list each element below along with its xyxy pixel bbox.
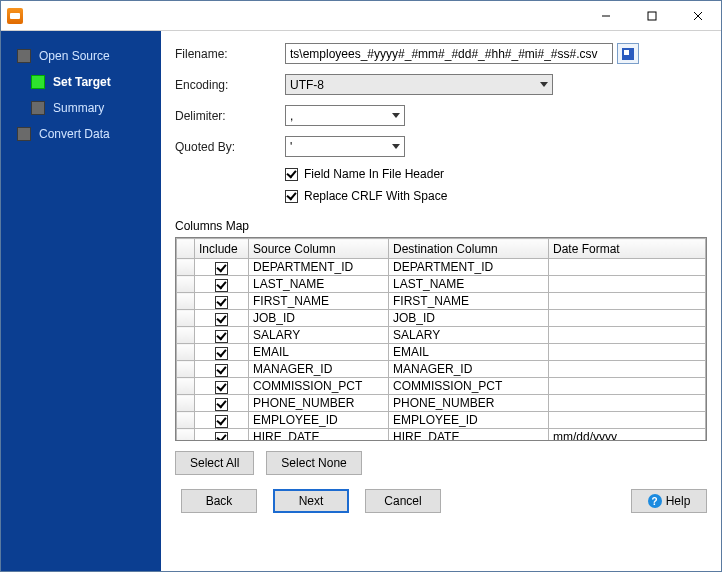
sidebar-item-summary[interactable]: Summary [1, 95, 161, 121]
row-handle[interactable] [177, 429, 195, 442]
date-format-cell[interactable] [549, 327, 706, 344]
source-column-cell[interactable]: DEPARTMENT_ID [249, 259, 389, 276]
cancel-button[interactable]: Cancel [365, 489, 441, 513]
include-cell[interactable] [195, 259, 249, 276]
maximize-button[interactable] [629, 1, 675, 30]
include-header[interactable]: Include [195, 239, 249, 259]
field-name-header-checkbox[interactable] [285, 168, 298, 181]
select-none-button[interactable]: Select None [266, 451, 361, 475]
include-checkbox[interactable] [215, 313, 228, 326]
sidebar-item-set-target[interactable]: Set Target [1, 69, 161, 95]
encoding-select[interactable]: UTF-8 [285, 74, 553, 95]
include-cell[interactable] [195, 344, 249, 361]
table-row[interactable]: JOB_IDJOB_ID [177, 310, 706, 327]
date-format-cell[interactable] [549, 259, 706, 276]
next-button[interactable]: Next [273, 489, 349, 513]
include-checkbox[interactable] [215, 330, 228, 343]
destination-column-cell[interactable]: COMMISSION_PCT [389, 378, 549, 395]
row-handle[interactable] [177, 361, 195, 378]
source-column-cell[interactable]: JOB_ID [249, 310, 389, 327]
source-column-cell[interactable]: PHONE_NUMBER [249, 395, 389, 412]
include-cell[interactable] [195, 310, 249, 327]
destination-column-cell[interactable]: EMAIL [389, 344, 549, 361]
include-cell[interactable] [195, 293, 249, 310]
destination-column-cell[interactable]: DEPARTMENT_ID [389, 259, 549, 276]
close-button[interactable] [675, 1, 721, 30]
include-checkbox[interactable] [215, 398, 228, 411]
table-row[interactable]: HIRE_DATEHIRE_DATEmm/dd/yyyy [177, 429, 706, 442]
include-checkbox[interactable] [215, 381, 228, 394]
table-row[interactable]: MANAGER_IDMANAGER_ID [177, 361, 706, 378]
table-row[interactable]: PHONE_NUMBERPHONE_NUMBER [177, 395, 706, 412]
include-cell[interactable] [195, 395, 249, 412]
filename-input[interactable] [285, 43, 613, 64]
row-handle[interactable] [177, 378, 195, 395]
row-handle[interactable] [177, 327, 195, 344]
include-checkbox[interactable] [215, 364, 228, 377]
include-cell[interactable] [195, 361, 249, 378]
quoted-by-select[interactable]: ' [285, 136, 405, 157]
source-column-cell[interactable]: COMMISSION_PCT [249, 378, 389, 395]
source-column-cell[interactable]: LAST_NAME [249, 276, 389, 293]
row-handle[interactable] [177, 412, 195, 429]
date-format-cell[interactable]: mm/dd/yyyy [549, 429, 706, 442]
source-column-header[interactable]: Source Column [249, 239, 389, 259]
destination-column-cell[interactable]: MANAGER_ID [389, 361, 549, 378]
minimize-button[interactable] [583, 1, 629, 30]
table-row[interactable]: EMAILEMAIL [177, 344, 706, 361]
row-handle[interactable] [177, 259, 195, 276]
include-cell[interactable] [195, 327, 249, 344]
browse-file-button[interactable] [617, 43, 639, 64]
delimiter-select[interactable]: , [285, 105, 405, 126]
destination-column-cell[interactable]: HIRE_DATE [389, 429, 549, 442]
source-column-cell[interactable]: FIRST_NAME [249, 293, 389, 310]
include-checkbox[interactable] [215, 262, 228, 275]
source-column-cell[interactable]: HIRE_DATE [249, 429, 389, 442]
destination-column-cell[interactable]: PHONE_NUMBER [389, 395, 549, 412]
row-handle[interactable] [177, 344, 195, 361]
include-checkbox[interactable] [215, 296, 228, 309]
destination-column-cell[interactable]: SALARY [389, 327, 549, 344]
date-format-cell[interactable] [549, 395, 706, 412]
replace-crlf-checkbox[interactable] [285, 190, 298, 203]
row-handle[interactable] [177, 310, 195, 327]
include-checkbox[interactable] [215, 432, 228, 441]
row-handle-header[interactable] [177, 239, 195, 259]
destination-column-cell[interactable]: LAST_NAME [389, 276, 549, 293]
date-format-cell[interactable] [549, 310, 706, 327]
include-cell[interactable] [195, 276, 249, 293]
include-cell[interactable] [195, 412, 249, 429]
sidebar-item-convert-data[interactable]: Convert Data [1, 121, 161, 147]
row-handle[interactable] [177, 276, 195, 293]
date-format-cell[interactable] [549, 293, 706, 310]
date-format-cell[interactable] [549, 276, 706, 293]
include-cell[interactable] [195, 378, 249, 395]
destination-column-cell[interactable]: JOB_ID [389, 310, 549, 327]
include-checkbox[interactable] [215, 415, 228, 428]
table-row[interactable]: DEPARTMENT_IDDEPARTMENT_ID [177, 259, 706, 276]
destination-column-header[interactable]: Destination Column [389, 239, 549, 259]
date-format-cell[interactable] [549, 361, 706, 378]
source-column-cell[interactable]: EMAIL [249, 344, 389, 361]
destination-column-cell[interactable]: EMPLOYEE_ID [389, 412, 549, 429]
date-format-cell[interactable] [549, 412, 706, 429]
select-all-button[interactable]: Select All [175, 451, 254, 475]
table-row[interactable]: SALARYSALARY [177, 327, 706, 344]
source-column-cell[interactable]: EMPLOYEE_ID [249, 412, 389, 429]
table-row[interactable]: EMPLOYEE_IDEMPLOYEE_ID [177, 412, 706, 429]
source-column-cell[interactable]: MANAGER_ID [249, 361, 389, 378]
back-button[interactable]: Back [181, 489, 257, 513]
include-checkbox[interactable] [215, 347, 228, 360]
date-format-header[interactable]: Date Format [549, 239, 706, 259]
row-handle[interactable] [177, 395, 195, 412]
table-row[interactable]: FIRST_NAMEFIRST_NAME [177, 293, 706, 310]
date-format-cell[interactable] [549, 344, 706, 361]
row-handle[interactable] [177, 293, 195, 310]
include-checkbox[interactable] [215, 279, 228, 292]
source-column-cell[interactable]: SALARY [249, 327, 389, 344]
table-row[interactable]: LAST_NAMELAST_NAME [177, 276, 706, 293]
table-row[interactable]: COMMISSION_PCTCOMMISSION_PCT [177, 378, 706, 395]
date-format-cell[interactable] [549, 378, 706, 395]
help-button[interactable]: ? Help [631, 489, 707, 513]
destination-column-cell[interactable]: FIRST_NAME [389, 293, 549, 310]
